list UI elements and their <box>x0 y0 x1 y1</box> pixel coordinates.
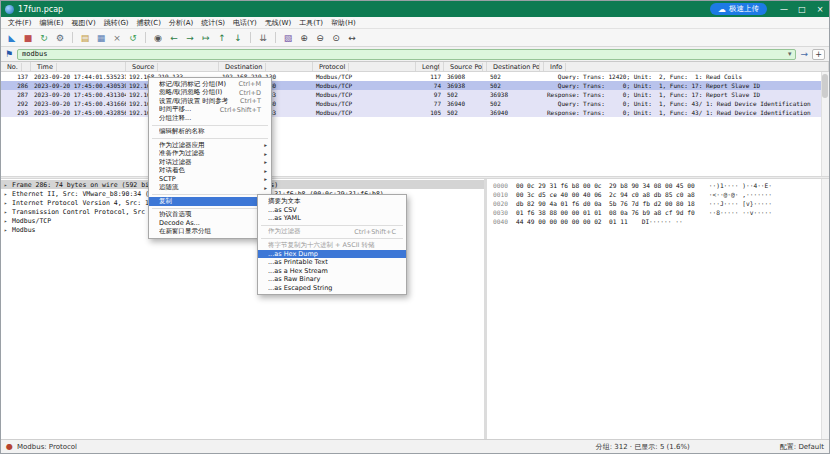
hex-line[interactable]: 0030 01 f6 38 88 00 00 01 01 08 0a 76 b9… <box>493 208 827 217</box>
toolbar-button[interactable]: ↻ <box>37 31 51 45</box>
column-header[interactable]: Length <box>416 62 444 71</box>
toolbar-button[interactable]: ◉ <box>151 31 165 45</box>
column-header[interactable]: No. <box>1 62 31 71</box>
copy-submenu-item[interactable]: ...as Printable Text <box>258 258 406 267</box>
context-menu-item[interactable]: 复制 ▸ <box>149 197 271 206</box>
copy-submenu-item[interactable]: 摘要为文本 <box>258 197 406 206</box>
copy-submenu-item[interactable]: ...as Escaped String <box>258 284 406 293</box>
column-header[interactable]: Destination Port <box>487 62 544 71</box>
toolbar-button[interactable]: ↺ <box>126 31 140 45</box>
toolbar-button[interactable]: ◣ <box>5 31 19 45</box>
toolbar-button[interactable]: ↑ <box>215 31 229 45</box>
expert-info-icon[interactable]: ● <box>6 442 13 451</box>
hex-line[interactable]: 0020 db 82 90 4a 01 f6 d0 0a 5b 76 7d fb… <box>493 199 827 208</box>
toolbar-button[interactable]: ⊙ <box>329 31 343 45</box>
context-menu-item[interactable]: SCTP ▸ <box>149 175 271 184</box>
column-header[interactable]: Source Port <box>444 62 487 71</box>
packet-row[interactable]: 286 2023-09-20 17:45:00.430539 192.168.2… <box>1 81 829 90</box>
statusbar-profile[interactable]: 配置: Default <box>780 442 824 452</box>
context-menu-item[interactable]: 编辑解析的名称 <box>149 128 271 137</box>
toolbar-button[interactable]: ↦ <box>199 31 213 45</box>
window-control-button[interactable]: — <box>775 1 793 17</box>
toolbar-button[interactable]: ↔ <box>345 31 359 45</box>
filter-dropdown-icon[interactable]: ▾ <box>788 50 792 58</box>
packet-row[interactable]: 137 2023-09-20 17:44:01.535231 192.168.2… <box>1 72 829 81</box>
context-menu-item[interactable]: 准备作为过滤器 ▸ <box>149 150 271 159</box>
column-header[interactable]: Info <box>544 62 829 71</box>
packet-row[interactable]: 293 2023-09-20 17:45:00.432856 192.168.2… <box>1 108 829 117</box>
menubar-item[interactable]: 编辑(E) <box>36 18 68 28</box>
column-header[interactable]: Time <box>31 62 126 71</box>
hex-pane-scrollbar[interactable] <box>821 179 829 439</box>
menubar-item[interactable]: 无线(W) <box>261 18 295 28</box>
copy-submenu-item[interactable]: ...as a Hex Stream <box>258 267 406 276</box>
context-menu-item[interactable]: 时间平移... Ctrl+Shift+T <box>149 106 271 115</box>
filter-add-button[interactable]: + <box>812 49 825 60</box>
menubar-item[interactable]: 帮助(H) <box>327 18 360 28</box>
toolbar-button[interactable]: ↓ <box>231 31 245 45</box>
context-menu-item[interactable]: 设置/取消设置 时间参考 Ctrl+T <box>149 97 271 106</box>
toolbar-button[interactable]: ⊖ <box>313 31 327 45</box>
context-menu-item[interactable]: 对话着色 ▸ <box>149 167 271 176</box>
context-menu-item[interactable]: 协议首选项 ▸ <box>149 211 271 220</box>
toolbar-button[interactable]: ⚙ <box>53 31 67 45</box>
context-menu-item[interactable]: 对话过滤器 ▸ <box>149 158 271 167</box>
toolbar-button[interactable]: ▦ <box>94 31 108 45</box>
copy-submenu-item[interactable]: 作为过滤器 Ctrl+Shift+C <box>258 228 406 237</box>
copy-submenu-item[interactable]: ...as Raw Binary <box>258 275 406 284</box>
menubar-item[interactable]: 捕获(C) <box>133 18 165 28</box>
context-menu-item[interactable]: 在新窗口显示分组 <box>149 228 271 237</box>
toolbar-button[interactable] <box>275 32 276 43</box>
toolbar-button[interactable]: ← <box>167 31 181 45</box>
menubar-item[interactable]: 文件(F) <box>4 18 36 28</box>
expand-arrow-icon[interactable]: ▸ <box>4 182 12 188</box>
copy-submenu-item[interactable] <box>261 225 403 226</box>
toolbar-button[interactable] <box>72 32 73 43</box>
toolbar-button[interactable] <box>145 32 146 43</box>
filter-apply-icon[interactable]: → <box>800 49 808 59</box>
menubar-item[interactable]: 统计(S) <box>197 18 229 28</box>
expand-arrow-icon[interactable]: ▸ <box>4 191 12 197</box>
context-menu-item[interactable]: 作为过滤器应用 ▸ <box>149 141 271 150</box>
hex-line[interactable]: 0040 44 49 00 00 00 00 00 02 01 11 DI···… <box>493 217 827 226</box>
menubar-item[interactable]: 跳转(G) <box>100 18 133 28</box>
column-header[interactable]: Protocol <box>313 62 416 71</box>
toolbar-button[interactable]: ⊕ <box>297 31 311 45</box>
context-menu-item[interactable]: 分组注释... <box>149 114 271 123</box>
packet-list-scrollbar-thumb[interactable] <box>822 74 828 98</box>
column-header[interactable]: Source <box>126 62 219 71</box>
hex-line[interactable]: 0010 00 3c d5 ce 40 00 40 06 2c 94 c0 a8… <box>493 190 827 199</box>
expand-arrow-icon[interactable]: ▸ <box>4 218 12 224</box>
expand-arrow-icon[interactable]: ▸ <box>4 200 12 206</box>
context-menu-item[interactable] <box>152 125 268 126</box>
toolbar-button[interactable]: ■ <box>21 31 35 45</box>
packet-row[interactable]: 292 2023-09-20 17:45:00.431666 192.168.2… <box>1 99 829 108</box>
menubar-item[interactable]: 视图(V) <box>67 18 99 28</box>
context-menu-item[interactable] <box>152 208 268 209</box>
context-menu-item[interactable] <box>152 194 268 195</box>
menubar-item[interactable]: 分析(A) <box>165 18 197 28</box>
copy-submenu-item[interactable]: ...as CSV <box>258 206 406 215</box>
toolbar-button[interactable]: ▤ <box>78 31 92 45</box>
copy-submenu-item[interactable] <box>261 238 403 239</box>
hex-line[interactable]: 0000 00 0c 29 31 f6 b8 00 0c 29 b8 90 34… <box>493 181 827 190</box>
context-menu-item[interactable]: 追随流 ▸ <box>149 184 271 193</box>
toolbar-button[interactable]: ▧ <box>281 31 295 45</box>
context-menu-item[interactable]: 标记/取消标记 分组(M) Ctrl+M <box>149 80 271 89</box>
menubar-item[interactable]: 工具(T) <box>295 18 327 28</box>
menubar-item[interactable]: 电话(Y) <box>229 18 261 28</box>
copy-submenu-item[interactable]: ...as YAML <box>258 214 406 223</box>
copy-submenu-item[interactable]: ...as Hex Dump <box>258 250 406 259</box>
window-control-button[interactable]: × <box>811 1 829 17</box>
column-header[interactable]: Destination <box>219 62 313 71</box>
copy-submenu-item[interactable]: 将字节复制为十六进制 + ASCII 转储 <box>258 241 406 250</box>
packet-list-scrollbar[interactable] <box>821 72 829 176</box>
toolbar-button[interactable]: ⇊ <box>256 31 270 45</box>
speed-upload-button[interactable]: ☁ 极速上传 <box>710 3 767 15</box>
expand-arrow-icon[interactable]: ▸ <box>4 209 12 215</box>
toolbar-button[interactable] <box>250 32 251 43</box>
context-menu-item[interactable] <box>152 138 268 139</box>
window-control-button[interactable]: □ <box>793 1 811 17</box>
toolbar-button[interactable]: → <box>183 31 197 45</box>
display-filter-input[interactable] <box>22 50 788 59</box>
